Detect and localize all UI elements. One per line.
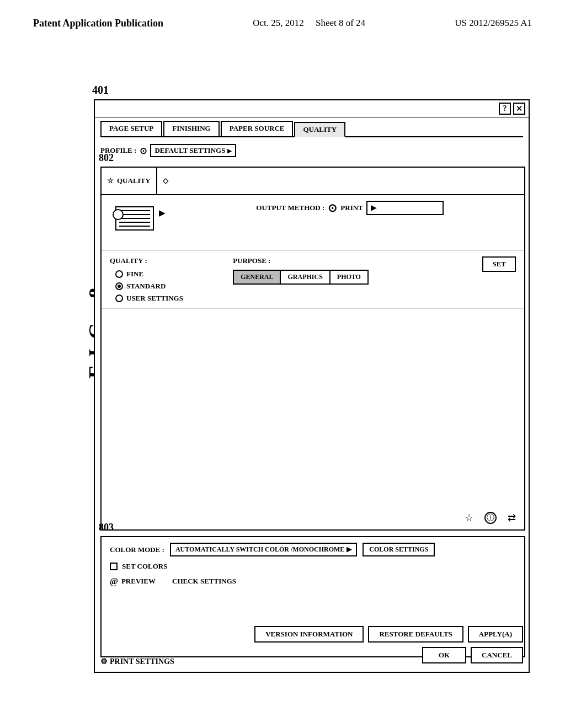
tabs-row: PAGE SETUP FINISHING PAPER SOURCE QUALIT…: [100, 121, 523, 137]
gear-icon: ☆: [107, 176, 114, 185]
header-date: Oct. 25, 2012 Sheet 8 of 24: [253, 17, 365, 30]
radio-user-settings-circle: [115, 295, 123, 302]
output-dropdown-arrow: ▶: [371, 204, 376, 212]
tab-paper-source[interactable]: PAPER SOURCE: [221, 121, 294, 136]
bottom-buttons-row: OK CANCEL: [422, 647, 523, 663]
diamond-icon-section: ◇: [157, 168, 174, 194]
color-mode-arrow: ▶: [347, 545, 351, 554]
radio-standard-circle: [115, 282, 123, 290]
purpose-col: PURPOSE : GENERAL GRAPHICS PHOTO: [233, 256, 393, 303]
quality-radio-set: FINE STANDARD USER SETTINGS: [110, 270, 216, 303]
output-print-icon: ⊙: [328, 201, 337, 215]
check-settings-label: CHECK SETTINGS: [172, 577, 236, 586]
output-dropdown[interactable]: ▶: [366, 201, 444, 215]
at-icon: @: [110, 576, 118, 586]
purpose-tabs: GENERAL GRAPHICS PHOTO: [233, 270, 369, 285]
publication-title: Patent Application Publication: [33, 17, 163, 30]
info-icon-btn[interactable]: ⓘ: [484, 512, 497, 524]
tab-finishing[interactable]: FINISHING: [163, 121, 219, 136]
help-button[interactable]: ?: [499, 103, 511, 115]
panel-803-content: COLOR MODE : AUTOMATICALLY SWITCH COLOR …: [102, 537, 524, 592]
set-colors-checkbox[interactable]: [110, 563, 118, 570]
preview-check-row: @ PREVIEW CHECK SETTINGS: [110, 576, 516, 586]
patent-number: US 2012/269525 A1: [455, 17, 532, 30]
slider-area: ▶: [110, 201, 165, 245]
output-method-label: OUTPUT METHOD :: [256, 204, 324, 212]
output-method-value: PRINT: [340, 204, 363, 212]
refresh-icon: ⇄: [508, 512, 516, 524]
color-mode-row: COLOR MODE : AUTOMATICALLY SWITCH COLOR …: [110, 543, 516, 556]
diamond-icon: ◇: [163, 176, 168, 185]
page-header: Patent Application Publication Oct. 25, …: [0, 0, 565, 36]
set-colors-label: SET COLORS: [122, 562, 168, 571]
slider-expand-arrow: ▶: [159, 208, 165, 218]
print-settings-gear-icon: ⚙: [100, 657, 108, 666]
slider-line-2: [119, 214, 150, 215]
quality-header-label: QUALITY: [117, 176, 151, 185]
preview-label: PREVIEW: [121, 577, 156, 586]
slider-line-3: [119, 218, 150, 219]
profile-value: DEFAULT SETTINGS: [154, 146, 225, 155]
info-circle-icon: ⓘ: [484, 512, 497, 524]
apply-button[interactable]: APPLY(A): [468, 626, 523, 643]
panel-802-content: ▶ OUTPUT METHOD : ⊙ PRINT ▶: [102, 195, 524, 528]
tab-quality[interactable]: QUALITY: [294, 122, 345, 137]
set-action-col: SET: [409, 256, 516, 303]
color-mode-label: COLOR MODE :: [110, 545, 164, 554]
cancel-button[interactable]: CANCEL: [471, 647, 523, 663]
slider-line-1: [119, 210, 150, 211]
radio-fine[interactable]: FINE: [115, 270, 216, 279]
panel-802: 802 ☆ QUALITY ◇: [100, 167, 525, 531]
tab-page-setup[interactable]: PAGE SETUP: [100, 121, 162, 136]
radio-fine-label: FINE: [126, 270, 143, 279]
top-controls: ▶ OUTPUT METHOD : ⊙ PRINT ▶: [102, 195, 524, 251]
quality-settings-label: QUALITY :: [110, 256, 216, 265]
bottom-buttons-area: VERSION INFORMATION RESTORE DEFAULTS APP…: [254, 626, 523, 663]
profile-icon: ⊙: [140, 146, 147, 156]
preview-area: @ PREVIEW: [110, 576, 156, 586]
set-button[interactable]: SET: [482, 256, 516, 272]
purpose-tab-general[interactable]: GENERAL: [234, 271, 281, 283]
quality-section-header: ☆ QUALITY: [102, 168, 157, 194]
color-settings-button[interactable]: COLOR SETTINGS: [363, 543, 435, 556]
radio-user-settings-label: USER SETTINGS: [126, 294, 183, 303]
ok-button[interactable]: OK: [422, 647, 466, 663]
close-button[interactable]: ✕: [513, 103, 525, 115]
color-mode-dropdown[interactable]: AUTOMATICALLY SWITCH COLOR /MONOCHROME ▶: [170, 543, 357, 556]
window-401: 401 ? ✕ PAGE SETUP FINISHING PAPER SOURC…: [94, 99, 530, 673]
top-buttons-row: VERSION INFORMATION RESTORE DEFAULTS APP…: [254, 626, 523, 643]
window-id-label: 401: [92, 84, 109, 97]
bottom-icons-row: ☆ ⓘ ⇄: [102, 309, 524, 528]
slider-knob[interactable]: [113, 209, 124, 220]
main-window-container: 401 ? ✕ PAGE SETUP FINISHING PAPER SOURC…: [72, 99, 530, 684]
slider-line-5: [119, 226, 150, 227]
purpose-label: PURPOSE :: [233, 256, 393, 265]
set-colors-row: SET COLORS: [110, 562, 516, 571]
version-info-button[interactable]: VERSION INFORMATION: [254, 626, 364, 643]
quality-settings-col: QUALITY : FINE STANDARD: [110, 256, 216, 303]
profile-row: PROFILE : ⊙ DEFAULT SETTINGS ▶: [100, 144, 523, 157]
slider-line-4: [119, 222, 150, 223]
print-settings-label: ⚙ PRINT SETTINGS: [100, 657, 174, 666]
radio-standard[interactable]: STANDARD: [115, 282, 216, 291]
panel-803-label: 803: [99, 522, 114, 533]
restore-defaults-button[interactable]: RESTORE DEFAULTS: [368, 626, 463, 643]
output-method-col: OUTPUT METHOD : ⊙ PRINT ▶: [256, 201, 516, 245]
radio-fine-circle: [115, 270, 123, 278]
purpose-tab-graphics[interactable]: GRAPHICS: [281, 271, 330, 283]
profile-dropdown[interactable]: DEFAULT SETTINGS ▶: [150, 144, 236, 157]
refresh-icon-btn[interactable]: ⇄: [508, 512, 516, 524]
date-text: Oct. 25, 2012: [253, 18, 304, 28]
output-label-row: OUTPUT METHOD : ⊙ PRINT ▶: [256, 201, 516, 215]
radio-standard-label: STANDARD: [126, 282, 166, 291]
panel-802-header: ☆ QUALITY ◇: [102, 168, 524, 195]
middle-section: QUALITY : FINE STANDARD: [102, 251, 524, 309]
quality-slider-col: ▶: [110, 201, 239, 245]
sheet-text: Sheet 8 of 24: [316, 18, 365, 28]
purpose-tab-photo[interactable]: PHOTO: [331, 271, 367, 283]
check-settings-area: CHECK SETTINGS: [172, 577, 236, 586]
profile-arrow: ▶: [227, 148, 232, 154]
star-icon-btn[interactable]: ☆: [465, 512, 473, 524]
radio-user-settings[interactable]: USER SETTINGS: [115, 294, 216, 303]
panel-802-label: 802: [99, 152, 114, 164]
